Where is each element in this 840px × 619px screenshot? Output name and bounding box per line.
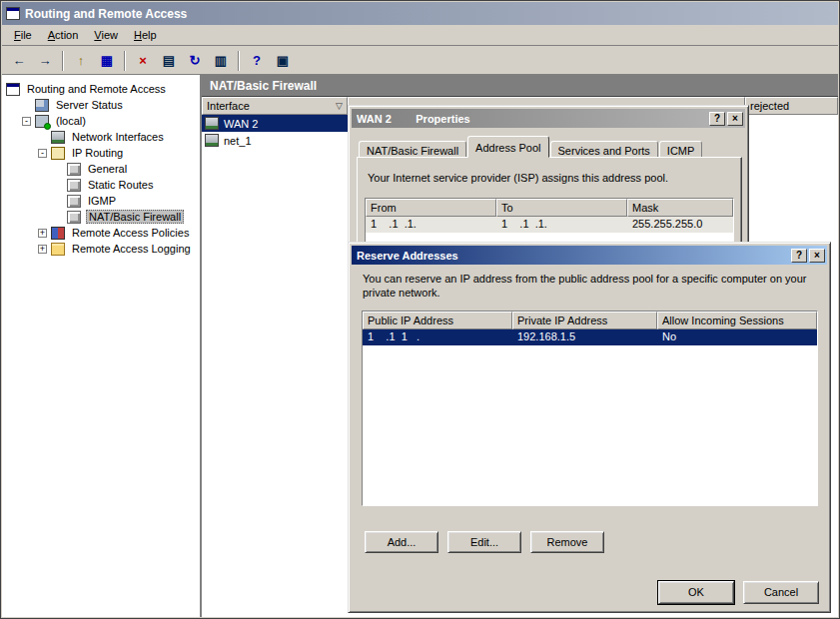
pane-title: NAT/Basic Firewall [202,75,838,96]
ip-routing-icon [51,147,65,160]
tree-item-nat-basic-firewall[interactable]: NAT/Basic Firewall [2,209,200,225]
toolbar: ← → ↑ ▦ × ▤ ↻ ▥ ? ▣ [2,47,838,75]
column-header-public-ip[interactable]: Public IP Address [363,311,512,329]
address-pool-description: Your Internet service provider (ISP) ass… [368,172,727,184]
remove-button[interactable]: Remove [530,531,604,553]
reserve-addresses-dialog: Reserve Addresses ? × You can reserve an… [348,242,831,613]
collapse-icon[interactable]: - [38,149,47,158]
titlebar[interactable]: Routing and Remote Access [2,2,838,25]
help-button[interactable]: ? [709,112,725,126]
collapse-icon[interactable]: - [22,117,31,126]
app-icon [6,7,20,20]
tree-item-server-status[interactable]: Server Status [2,97,200,113]
dialog-title: Reserve Addresses [357,250,789,262]
console-icon [6,83,20,96]
cancel-button[interactable]: Cancel [743,581,819,604]
column-header-interface[interactable]: Interface ▽ [202,97,348,115]
add-button[interactable]: Add... [365,531,438,553]
list-item-net1[interactable]: net_1 [202,132,348,149]
delete-icon[interactable]: × [131,50,155,72]
close-button[interactable]: × [727,112,743,126]
nat-basic-firewall-icon [67,211,81,224]
network-interfaces-icon [51,131,65,144]
pool-header-row: From To Mask [366,199,733,217]
server-running-icon [44,123,51,130]
properties-icon[interactable]: ▤ [157,50,181,72]
tree-item-network-interfaces[interactable]: Network Interfaces [2,129,200,145]
tree-item-general[interactable]: General [2,161,200,177]
toolbar-separator [238,51,240,71]
expand-icon[interactable]: + [38,245,47,254]
tree-item-ip-routing[interactable]: - IP Routing [2,145,200,161]
menubar: File Action View Help [2,25,838,46]
column-header-mask[interactable]: Mask [627,199,733,217]
forward-icon[interactable]: → [33,50,57,72]
folder-icon [51,243,65,256]
tree-item-static-routes[interactable]: Static Routes [2,177,200,193]
tree-item-remote-access-logging[interactable]: + Remote Access Logging [2,241,200,257]
reserve-description: You can reserve an IP address from the p… [363,272,812,300]
column-header-allow-incoming[interactable]: Allow Incoming Sessions [657,311,817,329]
column-header-from[interactable]: From [366,199,496,217]
expand-icon[interactable]: + [38,229,47,238]
show-console-tree-icon[interactable]: ▦ [95,50,119,72]
ok-button[interactable]: OK [658,581,734,604]
column-header-rejected[interactable]: rejected [745,97,838,115]
refresh-icon[interactable]: ↻ [183,50,207,72]
menu-help[interactable]: Help [126,27,165,43]
toolbar-separator [124,51,126,71]
server-status-icon [35,99,49,112]
remote-access-policies-icon [51,227,65,240]
toolbar-separator [62,51,64,71]
console-tree: Routing and Remote Access Server Status … [2,75,202,617]
up-one-level-icon[interactable]: ↑ [69,50,93,72]
list-header-row: Public IP Address Private IP Address All… [363,311,817,329]
column-header-to[interactable]: To [496,199,627,217]
tree-item-local-server[interactable]: - (local) [2,113,200,129]
tree-item-remote-access-policies[interactable]: + Remote Access Policies [2,225,200,241]
action-pane-icon[interactable]: ▣ [271,50,295,72]
app-window: Routing and Remote Access File Action Vi… [0,0,840,619]
list-item-wan2[interactable]: WAN 2 [202,115,348,132]
tab-strip: NAT/Basic Firewall Address Pool Services… [359,136,703,158]
column-header-private-ip[interactable]: Private IP Address [512,311,657,329]
close-button[interactable]: × [809,249,825,263]
export-list-icon[interactable]: ▥ [209,50,233,72]
interface-icon [205,117,219,130]
reserved-address-row[interactable]: 1 .1 1 . 192.168.1.5 No [363,329,817,345]
interface-icon [205,134,219,147]
tab-address-pool[interactable]: Address Pool [467,136,548,158]
edit-button[interactable]: Edit... [447,531,521,553]
sort-icon: ▽ [336,101,343,111]
tree-item-root[interactable]: Routing and Remote Access [2,81,200,97]
dialog-titlebar[interactable]: Reserve Addresses ? × [352,246,827,265]
static-routes-icon [67,179,81,192]
pool-row[interactable]: 1 .1 .1. 1 .1 .1. 255.255.255.0 [366,217,733,233]
back-icon[interactable]: ← [7,50,31,72]
server-icon [35,115,49,128]
menu-view[interactable]: View [86,27,126,43]
dialog-title: WAN 2 Properties [357,113,707,125]
reserved-addresses-list: Public IP Address Private IP Address All… [362,310,818,506]
general-icon [67,163,81,176]
tree-item-igmp[interactable]: IGMP [2,193,200,209]
igmp-icon [67,195,81,208]
help-icon[interactable]: ? [245,50,269,72]
help-button[interactable]: ? [791,249,807,263]
menu-file[interactable]: File [6,27,40,43]
window-title: Routing and Remote Access [25,7,187,21]
dialog-titlebar[interactable]: WAN 2 Properties ? × [352,109,745,128]
menu-action[interactable]: Action [40,27,87,43]
